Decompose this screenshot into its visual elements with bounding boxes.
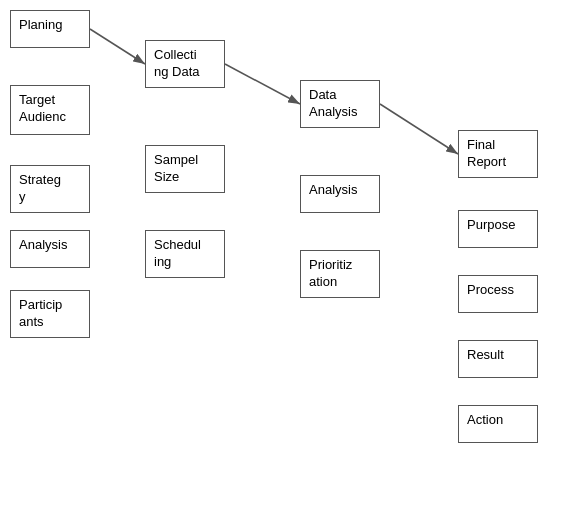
box-collecting: Collecti ng Data [145, 40, 225, 88]
box-participants: Particip ants [10, 290, 90, 338]
box-analysis-mid: Analysis [300, 175, 380, 213]
box-prioritization: Prioritiz ation [300, 250, 380, 298]
box-result: Result [458, 340, 538, 378]
box-sample: Sampel Size [145, 145, 225, 193]
box-final-report: Final Report [458, 130, 538, 178]
box-analysis-left: Analysis [10, 230, 90, 268]
svg-line-1 [90, 29, 145, 64]
box-process: Process [458, 275, 538, 313]
box-planing: Planing [10, 10, 90, 48]
box-target: Target Audienc [10, 85, 90, 135]
box-scheduling: Schedul ing [145, 230, 225, 278]
box-strategy: Strateg y [10, 165, 90, 213]
box-purpose: Purpose [458, 210, 538, 248]
box-action: Action [458, 405, 538, 443]
box-data-analysis: Data Analysis [300, 80, 380, 128]
svg-line-3 [380, 104, 458, 154]
svg-line-2 [225, 64, 300, 104]
